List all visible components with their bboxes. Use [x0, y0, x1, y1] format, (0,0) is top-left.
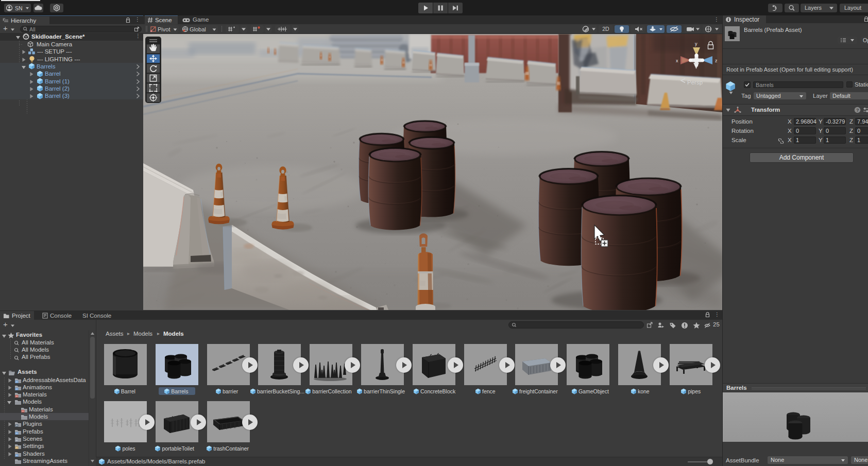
- svg-text:Persp: Persp: [687, 79, 703, 85]
- svg-text:z: z: [715, 58, 718, 63]
- svg-text:x: x: [676, 58, 678, 63]
- svg-text:y: y: [695, 41, 697, 46]
- svg-text:?: ?: [856, 108, 859, 113]
- svg-text:SN: SN: [15, 5, 23, 11]
